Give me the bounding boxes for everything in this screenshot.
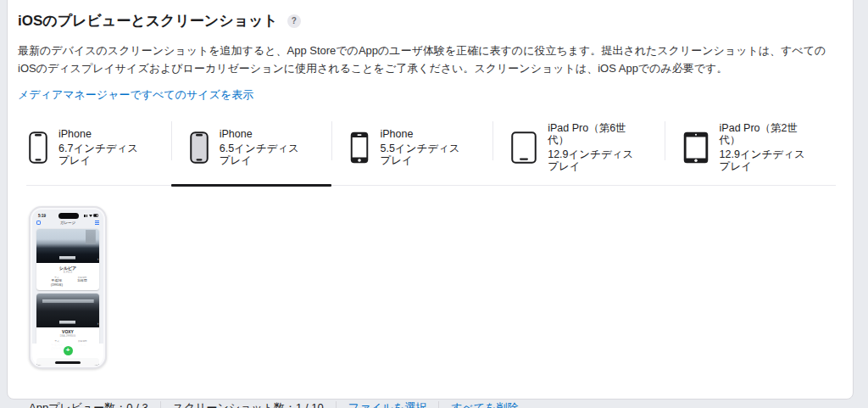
- list-icon: [95, 221, 99, 225]
- dynamic-island: [58, 213, 79, 219]
- app-preview-count: Appプレビュー数：0 / 3: [29, 400, 148, 408]
- tab-device-label: iPhone: [380, 128, 470, 140]
- tab-device-label: iPhone: [58, 128, 149, 140]
- media-manager-link[interactable]: メディアマネージャーですべてのサイズを表示: [18, 87, 253, 103]
- wifi-icon: [89, 215, 92, 217]
- help-icon[interactable]: ?: [287, 14, 301, 28]
- device-size-tabbar: iPhone 6.7インチディスプレイ iPhone 6.5インチディスプレイ: [26, 119, 836, 186]
- car-photo-voxy: ›: [36, 293, 99, 327]
- thumb-status-time: 5:19: [38, 214, 58, 218]
- iphone-home-button-icon: [350, 131, 369, 164]
- car-name: VOXY: [36, 329, 99, 334]
- tab-iphone-6-5[interactable]: iPhone 6.5インチディスプレイ: [171, 119, 332, 185]
- tab-size-label: 12.9インチディスプレイ: [548, 148, 642, 172]
- tab-iphone-6-7[interactable]: iPhone 6.7インチディスプレイ: [26, 119, 171, 185]
- chevron-right-icon: ›: [97, 257, 99, 261]
- add-car-button: +: [64, 346, 73, 355]
- car-spec-value: 10年間: [77, 279, 86, 282]
- choose-file-link[interactable]: ファイルを選択: [348, 400, 427, 408]
- footer-divider: [438, 401, 439, 408]
- iphone-notch-outline-icon: [29, 131, 47, 164]
- car-spec-value: 平成2年 (1991年): [48, 279, 64, 287]
- thumb-nav-bar: ガレージ: [32, 219, 103, 226]
- car-spec-label: 年式: [48, 276, 64, 279]
- screenshot-count: スクリーンショット数：1 / 10: [173, 400, 324, 408]
- thumb-nav-title: ガレージ: [41, 221, 95, 225]
- section-header: iOSのプレビューとスクリーンショット ?: [18, 11, 836, 31]
- thumb-car-card: › シルビア E-PS13 年式 平成2年 (1991年) 所有期間 10年間: [36, 229, 99, 290]
- tab-size-label: 6.5インチディスプレイ: [220, 143, 310, 166]
- car-name: シルビア: [36, 265, 99, 271]
- screenshot-list: 5:19 ガレージ › シル: [29, 206, 836, 369]
- car-spec-label: 所有期間: [78, 339, 86, 343]
- car-spec-label: 年式: [49, 339, 65, 343]
- car-spec-label: 所有期間: [77, 276, 86, 279]
- screenshot-thumbnail[interactable]: 5:19 ガレージ › シル: [29, 206, 107, 369]
- tab-size-label: 6.7インチディスプレイ: [58, 143, 149, 166]
- delete-all-link[interactable]: すべてを削除: [451, 400, 518, 408]
- footer-divider: [336, 401, 337, 408]
- thumb-status-bar: 5:19: [32, 210, 103, 219]
- tab-size-label: 5.5インチディスプレイ: [380, 143, 470, 166]
- media-footer: Appプレビュー数：0 / 3 スクリーンショット数：1 / 10 ファイルを選…: [29, 400, 836, 408]
- tab-ipad-pro-2nd-gen[interactable]: iPad Pro（第2世代） 12.9インチディスプレイ: [665, 119, 836, 185]
- tab-iphone-5-5[interactable]: iPhone 5.5インチディスプレイ: [331, 119, 492, 185]
- tab-ipad-pro-6th-gen[interactable]: iPad Pro（第6世代） 12.9インチディスプレイ: [492, 119, 664, 185]
- page-title: iOSのプレビューとスクリーンショット: [18, 11, 278, 31]
- ipad-home-button-icon: [683, 131, 709, 164]
- ipad-modern-icon: [511, 131, 537, 164]
- tab-device-label: iPad Pro（第6世代）: [548, 122, 642, 146]
- home-indicator: [55, 361, 81, 364]
- ios-previews-screenshots-section: iOSのプレビューとスクリーンショット ? 最新のデバイスのスクリーンショットを…: [7, 0, 854, 400]
- signal-icon: [84, 215, 88, 217]
- tab-size-label: 12.9インチディスプレイ: [720, 148, 814, 172]
- tab-device-label: iPad Pro（第2世代）: [720, 122, 814, 146]
- battery-icon: [93, 214, 98, 216]
- iphone-notch-filled-icon: [190, 131, 209, 164]
- tab-device-label: iPhone: [220, 128, 310, 140]
- car-photo-silvia: ›: [36, 229, 99, 263]
- section-description: 最新のデバイスのスクリーンショットを追加すると、App StoreでのAppのユ…: [18, 42, 836, 77]
- footer-divider: [160, 401, 161, 408]
- chevron-right-icon: ›: [97, 321, 99, 326]
